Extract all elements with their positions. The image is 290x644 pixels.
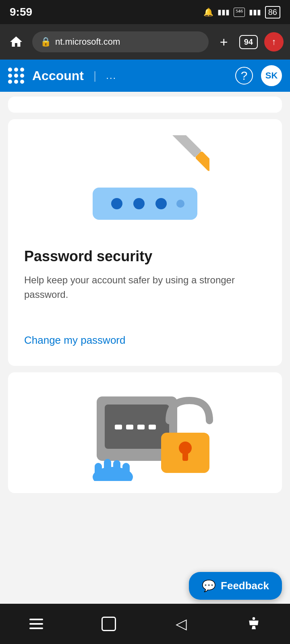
avatar-initials: SK — [265, 70, 278, 81]
upload-button[interactable]: ↑ — [264, 32, 284, 52]
status-icons: 🔔 ▮▮▮ ⁵⁴⁶ ▮▮▮ 86 — [203, 6, 280, 19]
help-button[interactable]: ? — [235, 67, 253, 85]
svg-point-2 — [133, 198, 145, 209]
grid-dot — [20, 80, 24, 84]
svg-point-22 — [253, 617, 255, 620]
main-content: Password security Help keep your account… — [0, 92, 290, 498]
data-icon: ⁵⁴⁶ — [234, 8, 245, 17]
nav-home-button[interactable] — [93, 612, 125, 636]
change-password-link[interactable]: Change my password — [24, 334, 125, 346]
svg-point-1 — [111, 198, 122, 209]
svg-point-4 — [176, 200, 184, 208]
grid-dot — [14, 80, 18, 84]
hamburger-icon — [29, 619, 43, 629]
tab-count[interactable]: 94 — [239, 35, 258, 49]
svg-rect-13 — [149, 425, 156, 429]
grid-dot — [8, 68, 12, 72]
nav-accessibility-button[interactable] — [238, 612, 270, 636]
home-button[interactable] — [6, 32, 26, 52]
svg-rect-20 — [113, 460, 120, 481]
top-partial-card — [8, 97, 282, 113]
nav-back-button[interactable]: ◁ — [165, 612, 197, 636]
feedback-icon: 💬 — [202, 579, 216, 592]
feedback-button[interactable]: 💬 Feedback — [189, 572, 282, 600]
browser-bar: 🔒 nt.microsoft.com + 94 ↑ — [0, 24, 290, 60]
svg-rect-10 — [115, 425, 122, 429]
grid-dot — [8, 80, 12, 84]
svg-rect-6 — [161, 135, 202, 158]
svg-rect-12 — [137, 425, 145, 429]
svg-rect-18 — [95, 463, 102, 481]
accessibility-icon — [246, 616, 262, 632]
lock-illustration-svg — [72, 384, 218, 481]
nav-menu-button[interactable] — [20, 612, 52, 636]
url-text: nt.microsoft.com — [55, 37, 120, 47]
header-divider: | — [93, 69, 96, 82]
plus-icon: + — [220, 34, 228, 50]
signal-icon-2: ▮▮▮ — [249, 8, 261, 17]
square-icon — [102, 617, 116, 631]
notification-icon: 🔔 — [203, 7, 213, 17]
signal-icon: ▮▮▮ — [218, 8, 230, 17]
svg-rect-21 — [122, 463, 130, 481]
svg-rect-19 — [104, 459, 111, 481]
password-security-card: Password security Help keep your account… — [8, 119, 282, 366]
back-icon: ◁ — [176, 615, 187, 632]
card-title: Password security — [24, 248, 266, 265]
svg-rect-9 — [105, 405, 169, 449]
question-mark-icon: ? — [241, 69, 248, 83]
lock-icon: 🔒 — [40, 37, 51, 47]
upload-icon: ↑ — [272, 37, 276, 47]
grid-dot — [20, 68, 24, 72]
illustration-svg — [81, 135, 209, 232]
svg-point-3 — [155, 198, 167, 209]
status-bar: 9:59 🔔 ▮▮▮ ⁵⁴⁶ ▮▮▮ 86 — [0, 0, 290, 24]
new-tab-button[interactable]: + — [215, 33, 233, 51]
bottom-nav-bar: ◁ — [0, 604, 290, 644]
status-time: 9:59 — [10, 6, 32, 19]
grid-dot — [20, 74, 24, 78]
grid-dot — [8, 74, 12, 78]
grid-dot — [14, 74, 18, 78]
svg-rect-16 — [182, 452, 188, 461]
url-bar[interactable]: 🔒 nt.microsoft.com — [32, 31, 209, 52]
grid-dot — [14, 68, 18, 72]
user-avatar[interactable]: SK — [261, 65, 282, 86]
header-title: Account — [32, 68, 84, 83]
battery-indicator: 86 — [265, 6, 280, 19]
header-more-options[interactable]: ... — [106, 70, 116, 81]
second-partial-card — [8, 372, 282, 493]
apps-grid-icon[interactable] — [8, 68, 24, 84]
feedback-label: Feedback — [221, 580, 269, 592]
password-illustration — [24, 135, 266, 232]
svg-rect-11 — [126, 425, 133, 429]
ms-account-header: Account | ... ? SK — [0, 60, 290, 92]
card-description: Help keep your account safer by using a … — [24, 273, 266, 302]
